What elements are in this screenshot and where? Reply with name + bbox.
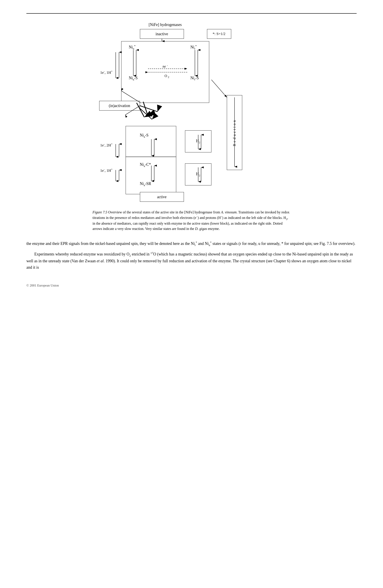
box-outer-top [121,41,209,103]
box-h2-top: H2 [185,130,211,152]
h2-label-2: H2 [196,172,200,177]
reduction-label: Reduction [232,119,237,146]
copyright: © 2001 European Union [26,284,59,287]
niu-star-label: Niu* [129,44,136,50]
nir-star-label: Nir* [191,44,197,50]
side-label-top: 1e-, 1H+ [100,70,113,75]
niu-s-label: Niu-S [129,76,138,81]
inactivation-label: (in)activation [109,104,130,108]
nia-s-label: Nia-S [140,133,149,139]
footer: © 2001 European Union [26,284,357,287]
inactive-label: inactive [155,32,168,36]
figure-caption: Figure 7.5 Overview of the several state… [93,210,291,231]
paragraph-2: Experiments whereby reduced enzyme was r… [26,251,357,271]
side-label-bottom: 1e-, 1H+ [100,168,113,173]
box-active: active [140,192,184,202]
svg-line-21 [140,106,157,112]
diagram-area: [NiFe] hydrogenases inactive *: S=1/2 Ni… [93,22,291,203]
svg-line-42 [211,80,227,97]
nir-s-label: Nir-S [191,76,199,81]
side-label-middle: 1e-, 2H+ [100,143,113,147]
box-reduction: Reduction [227,95,242,170]
box-h2-bottom: H2 [185,163,211,186]
nife-label: [NiFe] hydrogenases [149,22,182,27]
body-text: the enzyme and their EPR signals from th… [26,240,357,271]
box-star-s: *: S=1/2 [207,29,231,39]
star-s-label: *: S=1/2 [212,32,225,36]
nia-c-label: Nia-C* [140,162,151,168]
paragraph-1: the enzyme and their EPR signals from th… [26,240,357,247]
active-label: active [157,195,167,199]
svg-line-40 [143,102,148,115]
box-inactive: inactive [140,29,184,39]
svg-line-22 [140,108,152,119]
box-inactivation: (in)activation [99,101,140,110]
figure-label: Figure 7.5 [93,210,108,214]
nia-sr-label: Nia-SR [140,182,151,187]
figure-container: [NiFe] hydrogenases inactive *: S=1/2 Ni… [26,22,357,231]
top-rule [26,13,357,14]
h2-label-1: H2 [196,139,200,144]
